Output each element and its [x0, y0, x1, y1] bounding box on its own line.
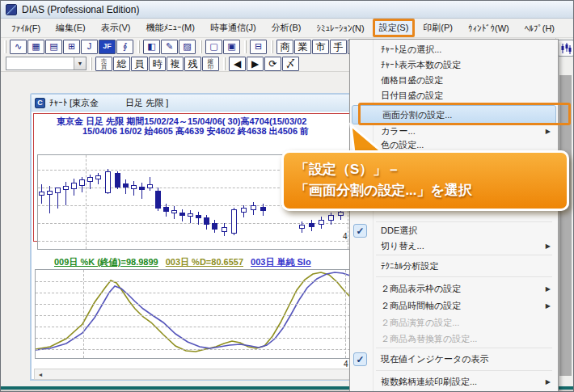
menu-item-14[interactable]: ✓現在値インジケータの表示 — [351, 350, 557, 369]
candle-body — [338, 212, 344, 216]
button-hand[interactable]: 手 — [330, 40, 347, 54]
menu-separator — [376, 255, 552, 255]
toolbar-grip — [137, 40, 140, 53]
next-arrow-icon[interactable]: ▶ — [247, 57, 264, 71]
candle-body — [123, 183, 129, 188]
candle-body — [155, 191, 161, 209]
reload-icon[interactable]: ⟳ — [264, 57, 281, 71]
chart-line-icon[interactable]: ∿ — [10, 40, 27, 54]
menu-item-1[interactable]: ﾁｬｰﾄ表示本数の設定 — [351, 57, 557, 73]
button-remain[interactable]: 残 — [184, 57, 201, 71]
menubar-item-5[interactable]: 分析(B) — [264, 17, 309, 39]
chart-header-line2: 15/04/06 16/02 始4605 高4639 安4602 終4638 出… — [82, 125, 309, 137]
menu-item-label: ２商品演算の設定... — [381, 317, 459, 329]
mark-icon[interactable]: 〆 — [282, 57, 299, 71]
candle-body — [39, 192, 44, 196]
toolbar-grip — [223, 57, 226, 70]
menu-item-label: ２商品為替換算の設定... — [381, 333, 477, 345]
button-industry[interactable]: 業 — [294, 40, 311, 54]
button-multi[interactable]: 複 — [167, 57, 184, 71]
candle-body — [163, 207, 169, 212]
checkmark-icon: ✓ — [353, 352, 367, 366]
candlestick-tool-button[interactable] — [558, 40, 574, 57]
submenu-arrow-icon: ▶ — [546, 378, 551, 386]
menu-item-2[interactable]: 価格目盛の設定 — [351, 73, 557, 88]
menu-item-7[interactable]: ✓DDE選択 — [351, 223, 557, 238]
menubar-item-3[interactable]: 機能ﾒﾆｭｰ(M) — [138, 17, 202, 39]
menubar-item-1[interactable]: 編集(E) — [49, 17, 93, 39]
submenu-arrow-icon: ▶ — [546, 128, 551, 135]
paint-icon[interactable]: ◧ — [143, 40, 160, 54]
prev-arrow-icon[interactable]: ◀ — [229, 57, 246, 71]
symbol-combobox[interactable]: ▼ — [6, 57, 87, 70]
candle-body — [87, 177, 93, 182]
menu-item-label: ﾁｬｰﾄ表示本数の設定 — [381, 59, 461, 71]
pencil-icon[interactable]: ✎ — [161, 40, 178, 54]
candle-body — [79, 179, 85, 186]
document-icon[interactable]: ▤ — [45, 40, 62, 54]
j-news-icon[interactable]: J — [81, 40, 98, 54]
upper-month-axis-label: 4 — [343, 232, 348, 241]
monitor-icon[interactable]: ▢ — [205, 40, 222, 54]
menu-item-13: ２商品為替換算の設定... — [351, 331, 557, 347]
menubar-item-6[interactable]: ｼﾐｭﾚｰｼｮﾝ(N) — [309, 19, 371, 38]
menubar-item-settings[interactable]: 設定(S) — [373, 19, 416, 37]
menubar-item-9[interactable]: ｳｨﾝﾄﾞｳ(W) — [461, 19, 517, 38]
candle-body — [71, 183, 77, 189]
candle-body — [319, 220, 324, 225]
candle-wick — [190, 210, 191, 223]
stochastic-d-value: 003日 %D=80.6557 — [166, 257, 243, 267]
candle-body — [251, 205, 256, 210]
menu-separator — [376, 370, 552, 371]
highlight-box-screen-split — [358, 103, 571, 125]
menubar-item-0[interactable]: ﾌｧｲﾙ(F) — [4, 19, 48, 38]
menubar-item-8[interactable]: 印刷(P) — [416, 17, 460, 39]
menu-item-10[interactable]: ２商品表示枠の設定▶ — [351, 280, 557, 297]
candle-body — [222, 227, 227, 232]
button-total[interactable]: 総 — [113, 57, 130, 71]
callout-line1: 「設定（S）」－ — [295, 159, 567, 180]
menu-item-0[interactable]: ﾁｬｰﾄ足の選択... — [351, 42, 557, 57]
combobox-dropdown-icon[interactable]: ▼ — [74, 57, 86, 70]
refresh-swirl-icon[interactable]: ∮ — [116, 40, 133, 54]
scroll-left-icon[interactable]: ◄ — [35, 369, 46, 379]
monitor-active-icon[interactable]: ▣ — [223, 40, 240, 54]
lower-month-axis-label: 4 — [344, 360, 348, 369]
menu-item-label: ２商品表示枠の設定 — [381, 283, 461, 295]
candle-body — [309, 223, 314, 227]
menubar-item-4[interactable]: 時事通信(J) — [203, 17, 264, 39]
table-icon[interactable]: ⊞ — [63, 40, 80, 54]
button-market[interactable]: 市 — [312, 40, 329, 54]
menu-item-15[interactable]: 複数銘柄連続印刷設定...▶ — [351, 373, 557, 391]
button-member[interactable]: 員 — [131, 57, 148, 71]
printer-icon[interactable]: ⊟ — [250, 40, 267, 54]
candle-body — [131, 185, 137, 189]
label: 買 — [101, 64, 107, 70]
combobox-value — [6, 57, 74, 70]
menu-item-8[interactable]: 切り替え...▶ — [351, 238, 557, 254]
toolbar-grip — [200, 40, 202, 53]
menubar-item-2[interactable]: 表示(V) — [94, 17, 138, 39]
toolbar-grip — [244, 40, 247, 53]
menu-item-12: ２商品演算の設定... — [351, 314, 557, 331]
menu-item-3[interactable]: 日付目盛の設定 — [351, 88, 557, 103]
menubar-item-10[interactable]: ﾍﾙﾌﾟ(H) — [517, 19, 562, 38]
jf-news-icon[interactable]: JF — [99, 40, 116, 54]
chart-grid-icon[interactable]: ▦ — [27, 40, 44, 54]
menu-item-label: 切り替え... — [381, 240, 424, 252]
button-trade[interactable]: 売買 — [95, 57, 112, 71]
label: 縮 — [208, 58, 213, 64]
candlestick-icon — [560, 43, 572, 54]
button-reduced-print[interactable]: 縮印 — [202, 57, 219, 71]
chart-window-title: ﾁｬｰﾄ [東京金 日足 先限 ] — [49, 97, 168, 109]
menu-item-9[interactable]: ﾃｸﾆｶﾙ分析設定 — [351, 257, 557, 276]
menu-item-label: DDE選択 — [381, 225, 417, 237]
callout-bubble: 「設定（S）」－ 「画面分割の設定...」を選択 — [281, 150, 569, 211]
edit-note-icon[interactable]: ▨ — [179, 40, 196, 54]
label: 印 — [208, 64, 213, 70]
menu-item-11[interactable]: ２商品時間軸の設定▶ — [351, 297, 557, 314]
button-time[interactable]: 時 — [149, 57, 166, 71]
toolbar-grip — [4, 40, 6, 53]
app-titlebar[interactable]: DIAS (Professional Edition) — [1, 1, 574, 19]
button-product[interactable]: 商 — [276, 40, 293, 54]
